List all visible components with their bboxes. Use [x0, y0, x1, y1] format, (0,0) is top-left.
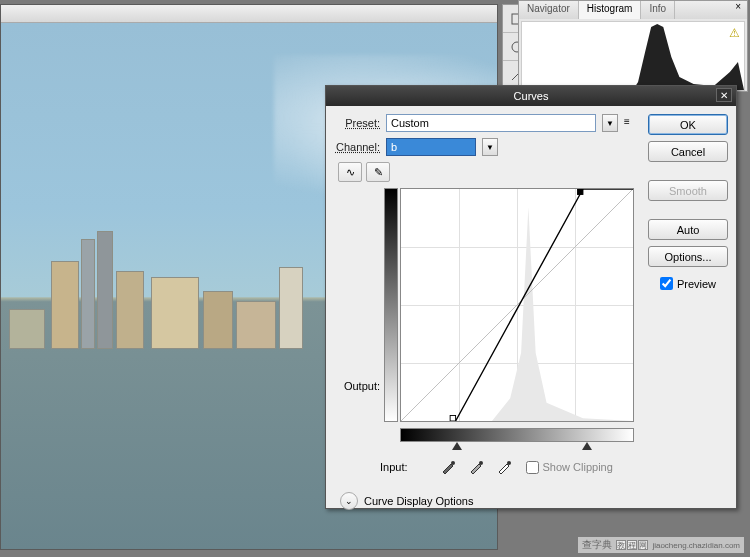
tab-info[interactable]: Info [641, 1, 675, 19]
chevron-down-icon: ⌄ [345, 496, 353, 506]
show-clipping-input[interactable] [526, 461, 539, 474]
right-panel-tabs: Navigator Histogram Info × [519, 1, 747, 19]
svg-rect-6 [578, 189, 583, 194]
watermark-url: jiaocheng.chazidian.com [652, 541, 740, 550]
input-gradient [400, 428, 634, 442]
panel-close-icon[interactable]: × [729, 1, 747, 19]
options-button[interactable]: Options... [648, 246, 728, 267]
document-titlebar[interactable] [1, 5, 497, 23]
white-point-slider[interactable] [582, 442, 592, 450]
auto-button[interactable]: Auto [648, 219, 728, 240]
channel-label: Channel: [334, 141, 380, 153]
close-button[interactable]: ✕ [716, 88, 732, 102]
output-label: Output: [344, 380, 380, 392]
preset-value: Custom [391, 117, 591, 129]
watermark: 查字典 教 程 网 jiaocheng.chazidian.com [578, 537, 744, 553]
cancel-button[interactable]: Cancel [648, 141, 728, 162]
watermark-text: 查字典 [582, 538, 612, 552]
preview-checkbox[interactable] [660, 277, 673, 290]
show-clipping-label: Show Clipping [543, 461, 613, 473]
preset-label: Preset: [334, 117, 380, 129]
tab-histogram[interactable]: Histogram [579, 1, 642, 19]
warning-icon[interactable]: ⚠ [729, 26, 740, 40]
svg-rect-5 [450, 416, 455, 421]
preset-dropdown-button[interactable]: ▼ [602, 114, 618, 132]
watermark-char-2: 程 [627, 540, 637, 550]
pencil-tool-icon: ✎ [374, 166, 383, 179]
channel-select[interactable]: b [386, 138, 476, 156]
watermark-char-3: 网 [638, 540, 648, 550]
histogram-panel: ⚠ [521, 21, 745, 91]
preset-select[interactable]: Custom [386, 114, 596, 132]
ok-button[interactable]: OK [648, 114, 728, 135]
channel-value: b [391, 141, 471, 153]
tab-navigator[interactable]: Navigator [519, 1, 579, 19]
svg-point-8 [479, 461, 483, 465]
dialog-title: Curves [514, 90, 549, 102]
curves-dialog: Curves ✕ Preset: Custom ▼ ≡ Channel: b ▼… [325, 85, 737, 509]
svg-point-7 [451, 461, 455, 465]
eyedropper-white[interactable] [494, 458, 516, 476]
black-point-slider[interactable] [452, 442, 462, 450]
curve-tool-button[interactable]: ∿ [338, 162, 362, 182]
input-label: Input: [380, 461, 408, 473]
channel-dropdown-button[interactable]: ▼ [482, 138, 498, 156]
expand-options-button[interactable]: ⌄ [340, 492, 358, 510]
eyedropper-black[interactable] [438, 458, 460, 476]
expand-options-label: Curve Display Options [364, 495, 473, 507]
watermark-char-1: 教 [616, 540, 626, 550]
svg-marker-2 [633, 24, 744, 90]
show-clipping-checkbox[interactable]: Show Clipping [526, 461, 613, 474]
smooth-button: Smooth [648, 180, 728, 201]
eyedropper-gray[interactable] [466, 458, 488, 476]
svg-point-9 [507, 461, 511, 465]
right-panel: Navigator Histogram Info × ⚠ [518, 0, 748, 92]
curve-grid[interactable] [400, 188, 634, 422]
curve-tool-icon: ∿ [346, 166, 355, 179]
preset-menu-icon[interactable]: ≡ [624, 116, 640, 130]
output-gradient [384, 188, 398, 422]
pencil-tool-button[interactable]: ✎ [366, 162, 390, 182]
dialog-titlebar[interactable]: Curves ✕ [326, 86, 736, 106]
preview-label: Preview [677, 278, 716, 290]
histogram-graph [522, 22, 744, 90]
